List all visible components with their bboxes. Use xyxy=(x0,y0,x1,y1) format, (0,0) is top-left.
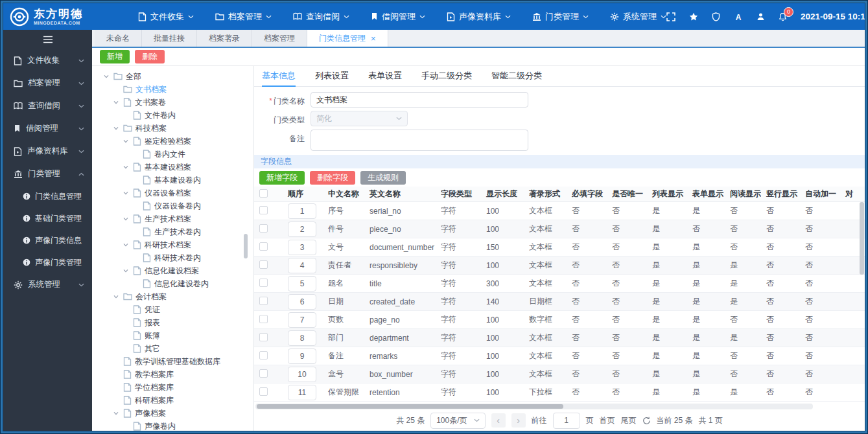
tree-node[interactable]: 仪器设备卷内 xyxy=(92,200,253,212)
sidebar-subitem[interactable]: 基础门类管理 xyxy=(3,207,92,229)
tree-node[interactable]: 文书档案 xyxy=(92,83,253,96)
tree-node[interactable]: 教学档案库 xyxy=(92,368,253,381)
order-input[interactable] xyxy=(288,330,316,346)
close-tab-icon[interactable]: × xyxy=(371,34,376,43)
user-icon[interactable] xyxy=(757,12,765,21)
caret-down-icon[interactable] xyxy=(112,125,120,131)
row-checkbox[interactable] xyxy=(259,242,268,251)
order-input[interactable] xyxy=(288,367,316,382)
row-checkbox[interactable] xyxy=(259,260,268,269)
tree-node[interactable]: 文书案卷 xyxy=(92,96,253,109)
tree-node[interactable]: 教学训练管理基础数据库 xyxy=(92,355,253,368)
tree-node[interactable]: 仪器设备档案 xyxy=(92,187,253,200)
tree-node[interactable]: 账簿 xyxy=(92,329,253,342)
table-vertical-scrollbar[interactable] xyxy=(860,202,864,275)
tree-node[interactable]: 生产技术档案 xyxy=(92,212,253,225)
caret-down-icon[interactable] xyxy=(112,293,120,300)
workspace-tab[interactable]: 门类信息管理× xyxy=(307,30,388,47)
row-checkbox[interactable] xyxy=(259,333,268,341)
topbar-menu[interactable]: 系统管理 xyxy=(610,11,666,23)
workspace-tab[interactable]: 批量挂接 xyxy=(142,30,197,47)
sidebar-subitem[interactable]: 声像门类信息 xyxy=(3,229,92,251)
sidebar-subitem[interactable]: 声像门类管理 xyxy=(3,251,92,273)
workspace-tab[interactable]: 档案管理 xyxy=(252,30,307,47)
star-icon[interactable] xyxy=(689,12,698,21)
tree-node[interactable]: 信息化建设卷内 xyxy=(92,277,253,290)
caret-down-icon[interactable] xyxy=(122,190,130,196)
tree-node[interactable]: 文件卷内 xyxy=(92,109,253,122)
sidebar-subitem[interactable]: 门类信息管理 xyxy=(3,185,92,207)
tree-node[interactable]: 声像档案 xyxy=(92,407,253,420)
tree-node[interactable]: 信息化建设档案 xyxy=(92,264,253,277)
order-input[interactable] xyxy=(288,294,316,310)
sidebar-item[interactable]: 借阅管理 xyxy=(3,117,92,140)
tree-scrollbar[interactable] xyxy=(244,66,248,431)
tree-node[interactable]: 学位档案库 xyxy=(92,381,253,394)
order-input[interactable] xyxy=(288,385,316,400)
category-type-select[interactable]: 简化 xyxy=(311,111,408,126)
row-checkbox[interactable] xyxy=(259,315,268,323)
row-checkbox[interactable] xyxy=(259,297,268,305)
tree-node[interactable]: 卷内文件 xyxy=(92,148,253,161)
order-input[interactable] xyxy=(288,312,316,328)
order-input[interactable] xyxy=(288,240,316,255)
tree-node[interactable]: 科研技术档案 xyxy=(92,238,253,251)
order-input[interactable] xyxy=(288,348,316,364)
font-icon[interactable]: A xyxy=(734,12,743,21)
topbar-menu[interactable]: 借阅管理 xyxy=(371,11,425,23)
tree-node[interactable]: 会计档案 xyxy=(92,290,253,303)
tree-node[interactable]: 报表 xyxy=(92,316,253,329)
tree-node[interactable]: 基本建设档案 xyxy=(92,161,253,174)
tree-node[interactable]: 科技档案 xyxy=(92,122,253,135)
sidebar-item[interactable]: 查询借阅 xyxy=(3,95,92,117)
topbar-menu[interactable]: 声像资料库 xyxy=(447,11,511,23)
tree-node[interactable]: 基本建设卷内 xyxy=(92,174,253,187)
tree-node[interactable]: 鉴定检验档案 xyxy=(92,135,253,148)
topbar-menu[interactable]: 查询借阅 xyxy=(293,11,349,23)
select-all-checkbox[interactable] xyxy=(259,189,268,198)
row-checkbox[interactable] xyxy=(259,224,268,233)
generate-rule-button[interactable]: 生成规则 xyxy=(360,171,406,185)
tree-node[interactable]: 科研档案库 xyxy=(92,394,253,407)
next-page-button[interactable]: › xyxy=(511,413,526,428)
panel-tab[interactable]: 表单设置 xyxy=(368,66,402,87)
caret-down-icon[interactable] xyxy=(122,268,130,274)
tree-node[interactable]: 全部 xyxy=(92,70,253,83)
topbar-menu[interactable]: 档案管理 xyxy=(215,11,272,23)
delete-field-button[interactable]: 删除字段 xyxy=(310,171,355,185)
caret-down-icon[interactable] xyxy=(112,410,120,417)
category-name-input[interactable] xyxy=(311,92,528,108)
caret-down-icon[interactable] xyxy=(112,99,120,106)
caret-down-icon[interactable] xyxy=(122,138,130,144)
remark-textarea[interactable] xyxy=(311,130,528,151)
order-input[interactable] xyxy=(288,203,316,219)
workspace-tab[interactable]: 档案著录 xyxy=(197,30,252,47)
sidebar-item[interactable]: 声像资料库 xyxy=(3,140,92,163)
page-size-select[interactable]: 100条/页 xyxy=(430,413,485,429)
tree-node[interactable]: 凭证 xyxy=(92,303,253,316)
shield-icon[interactable] xyxy=(712,12,720,21)
sidebar-item[interactable]: 系统管理 xyxy=(3,273,92,296)
tree-node[interactable]: 科研技术卷内 xyxy=(92,251,253,264)
sidebar-collapse-button[interactable] xyxy=(3,30,92,49)
sidebar-item[interactable]: 档案管理 xyxy=(3,72,92,95)
row-checkbox[interactable] xyxy=(259,369,268,378)
caret-down-icon[interactable] xyxy=(122,164,130,170)
prev-page-button[interactable]: ‹ xyxy=(491,413,506,428)
tree-node[interactable]: 生产技术卷内 xyxy=(92,225,253,238)
first-page-link[interactable]: 首页 xyxy=(600,415,615,426)
topbar-menu[interactable]: 文件收集 xyxy=(138,11,194,23)
table-horizontal-scrollbar[interactable] xyxy=(255,404,813,409)
topbar-menu[interactable]: 门类管理 xyxy=(532,11,589,23)
sidebar-item[interactable]: 文件收集 xyxy=(3,49,92,72)
fullscreen-icon[interactable] xyxy=(666,12,675,21)
caret-down-icon[interactable] xyxy=(122,216,130,222)
order-input[interactable] xyxy=(288,258,316,273)
panel-tab[interactable]: 列表设置 xyxy=(315,66,349,87)
add-button[interactable]: 新增 xyxy=(100,50,130,63)
panel-tab[interactable]: 手动二级分类 xyxy=(421,66,472,87)
goto-page-input[interactable] xyxy=(553,413,580,429)
row-checkbox[interactable] xyxy=(259,387,268,396)
bell-icon[interactable]: 0 xyxy=(779,12,787,21)
caret-down-icon[interactable] xyxy=(102,73,110,80)
